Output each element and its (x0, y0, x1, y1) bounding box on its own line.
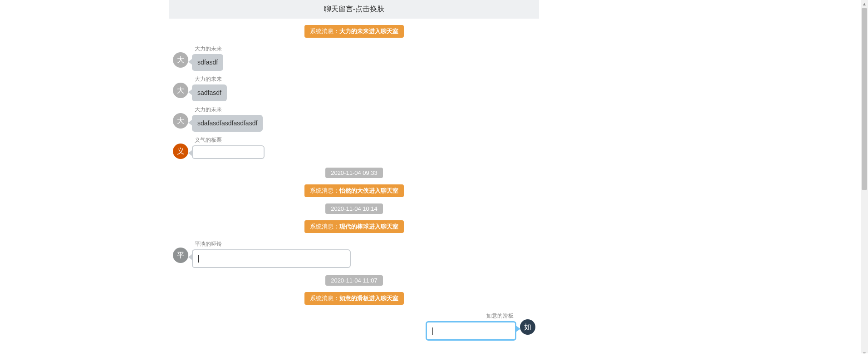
timestamp-text: 2020-11-04 09:33 (325, 168, 383, 178)
system-text: 如意的滑板进入聊天室 (339, 295, 398, 302)
message-text: sdafasdfasdfasdfasdf (197, 119, 257, 127)
message-bubble[interactable]: sadfasdf (192, 84, 227, 101)
system-message: 系统消息现代的棒球进入聊天室 (169, 220, 539, 233)
message-username: 平淡的哑铃 (192, 240, 351, 249)
message-text: sadfasdf (197, 89, 221, 96)
message-row: 如如意的滑板 (169, 311, 539, 342)
system-message: 系统消息大力的未来进入聊天室 (169, 25, 539, 38)
timestamp: 2020-11-04 10:14 (169, 203, 539, 214)
timestamp: 2020-11-04 11:07 (169, 275, 539, 286)
message-bubble[interactable] (426, 321, 516, 341)
message-row: 大大力的未来sdafasdfasdfasdfasdf (169, 105, 539, 133)
message-bubble[interactable]: sdfasdf (192, 54, 223, 71)
system-label: 系统消息 (310, 223, 339, 230)
system-label: 系统消息 (310, 28, 339, 35)
message-username: 大力的未来 (192, 106, 263, 115)
scroll-up-icon[interactable]: ▲ (861, 0, 868, 7)
scroll-thumb[interactable] (862, 8, 867, 190)
chat-header: 聊天留言-点击换肤 (169, 0, 539, 19)
message-username: 大力的未来 (192, 75, 227, 84)
avatar[interactable]: 大 (173, 113, 188, 129)
message-bubble[interactable]: sdafasdfasdfasdfasdf (192, 115, 263, 132)
system-message: 系统消息如意的滑板进入聊天室 (169, 292, 539, 305)
system-text: 怡然的大侠进入聊天室 (339, 187, 398, 194)
timestamp-text: 2020-11-04 11:07 (325, 275, 383, 286)
page-scrollbar[interactable]: ▲ ▼ (861, 0, 868, 353)
avatar[interactable]: 大 (173, 83, 188, 98)
message-row: 大大力的未来sdfasdf (169, 44, 539, 72)
system-message: 系统消息怡然的大侠进入聊天室 (169, 184, 539, 197)
theme-switch-link[interactable]: 点击换肤 (355, 5, 384, 13)
avatar[interactable]: 大 (173, 52, 188, 68)
message-row: 义义气的板栗 (169, 135, 539, 161)
scroll-down-icon[interactable]: ▼ (861, 350, 868, 353)
timestamp-text: 2020-11-04 10:14 (325, 203, 383, 214)
system-label: 系统消息 (310, 187, 339, 194)
timestamp: 2020-11-04 09:33 (169, 168, 539, 178)
header-title: 聊天留言- (324, 5, 355, 13)
avatar[interactable]: 平 (173, 248, 188, 263)
avatar[interactable]: 义 (173, 144, 188, 159)
message-username: 大力的未来 (192, 45, 225, 54)
message-row: 大大力的未来sadfasdf (169, 74, 539, 102)
message-username: 如意的滑板 (426, 312, 516, 321)
system-label: 系统消息 (310, 295, 339, 302)
chat-panel: 聊天留言-点击换肤 系统消息大力的未来进入聊天室大大力的未来sdfasdf大大力… (169, 0, 539, 353)
system-text: 现代的棒球进入聊天室 (339, 223, 398, 230)
message-list[interactable]: 系统消息大力的未来进入聊天室大大力的未来sdfasdf大大力的未来sadfasd… (169, 25, 539, 353)
system-text: 大力的未来进入聊天室 (339, 28, 398, 35)
message-bubble[interactable] (192, 145, 265, 159)
message-username: 义气的板栗 (192, 136, 265, 145)
message-row: 平平淡的哑铃 (169, 239, 539, 269)
message-bubble[interactable] (192, 249, 351, 268)
message-text: sdfasdf (197, 59, 218, 66)
avatar[interactable]: 如 (520, 319, 535, 335)
